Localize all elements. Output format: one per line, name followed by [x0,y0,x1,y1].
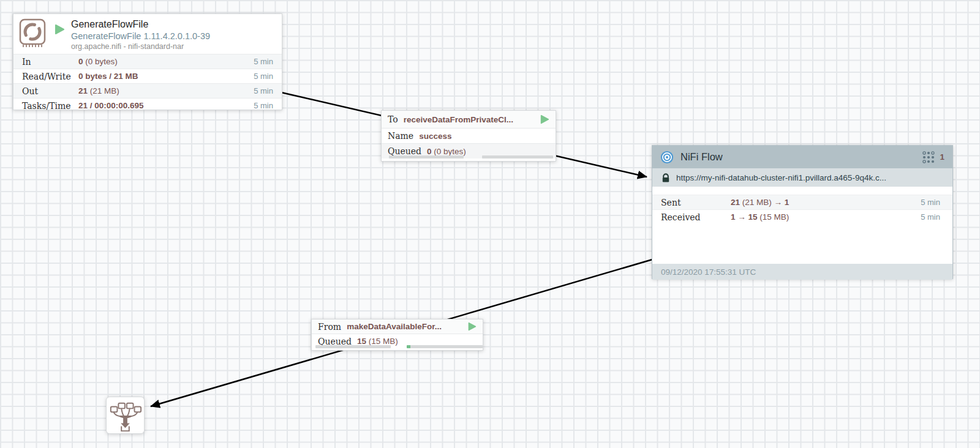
to-label: To [388,114,398,124]
stat-window: 5 min [254,86,273,95]
run-status-icon [467,322,477,331]
stat-window: 5 min [921,212,940,222]
last-refreshed-timestamp: 09/12/2020 17:55:31 UTC [661,267,756,277]
queued-label: Queued [388,146,421,156]
processor-bundle: org.apache.nifi - nifi-standard-nar [71,42,184,51]
stat-label: Sent [661,198,731,207]
remote-process-group-nifi-flow[interactable]: NiFi Flow 1 https://my-nifi-datahub-clus… [652,145,953,279]
rpg-url: https://my-nifi-datahub-cluster-nifi1.pv… [676,173,886,182]
stat-detail: (0 bytes) [83,57,118,66]
stat-window: 5 min [921,198,940,207]
stat-label: Tasks/Time [22,101,78,111]
stat-value: 1 → 15 [731,212,758,222]
lock-icon [661,173,671,183]
processor-name: GenerateFlowFile [71,19,148,30]
stat-label: Read/Write [22,72,78,81]
backpressure-object-bar [389,155,464,159]
processor-icon [18,18,48,47]
stat-window: 5 min [254,57,273,66]
run-status-icon [54,24,65,35]
stat-value: 21 [731,198,740,207]
port-count-value: 1 [940,152,944,162]
queued-size: (15 MB) [366,337,398,346]
connection-name-row: Name success [382,128,556,143]
stat-window: 5 min [254,72,273,81]
stat-detail: (21 MB) [740,198,774,207]
stat-row-received: Received 1 → 15 (15 MB) 5 min [652,209,952,224]
stat-row-out: Out 21 (21 MB) 5 min [13,83,282,98]
connection-label-success[interactable]: To receiveDataFromPrivateCl... Name succ… [381,110,556,162]
remote-process-group-icon [660,151,674,164]
stat-value: 21 [78,86,88,95]
processor-generateflowfile[interactable]: GenerateFlowFile GenerateFlowFile 1.11.4… [13,13,282,110]
connection-from-row: From makeDataAvailableFor... [312,319,483,334]
processor-header: GenerateFlowFile GenerateFlowFile 1.11.4… [13,14,282,54]
funnel-icon [107,397,144,433]
backpressure-size-bar [407,345,483,348]
stat-row-tasks: Tasks/Time 21 / 00:00:00.695 5 min [13,98,282,113]
backpressure-bars [312,345,483,348]
stat-window: 5 min [254,101,273,110]
stat-label: Out [22,86,78,96]
stat-row-in: In 0 (0 bytes) 5 min [13,54,282,69]
stat-detail: (15 MB) [758,212,790,222]
rpg-stats: Sent 21 (21 MB) → 1 5 min Received 1 → 1… [652,187,952,264]
connection-label-from-remote[interactable]: From makeDataAvailableFor... Queued 15 (… [311,319,483,351]
to-endpoint: receiveDataFromPrivateCl... [404,115,513,124]
stat-row-sent: Sent 21 (21 MB) → 1 5 min [652,195,952,209]
from-endpoint: makeDataAvailableFor... [347,322,442,331]
stat-value: 21 / 00:00:00.695 [78,101,144,110]
backpressure-size-bar [482,155,553,159]
processor-type: GenerateFlowFile 1.11.4.2.0.1.0-39 [71,31,210,41]
connection-to-row: To receiveDataFromPrivateCl... [382,111,556,128]
rpg-url-row: https://my-nifi-datahub-cluster-nifi1.pv… [652,168,952,187]
backpressure-object-bar [315,345,391,348]
queued-count: 15 [357,337,366,346]
rpg-header: NiFi Flow 1 [652,146,952,168]
processor-stats: In 0 (0 bytes) 5 min Read/Write 0 bytes … [13,54,282,113]
backpressure-fill [407,345,410,348]
queued-count: 0 [427,147,432,156]
from-label: From [318,322,341,332]
stat-label: Received [661,212,731,222]
rpg-last-refreshed: 09/12/2020 17:55:31 UTC [652,264,952,280]
backpressure-bars [382,155,556,159]
stat-row-readwrite: Read/Write 0 bytes / 21 MB 5 min [13,69,282,83]
stat-value-2: → 1 [774,198,790,207]
stat-detail: (21 MB) [88,86,119,95]
rpg-title: NiFi Flow [680,151,723,163]
nifi-canvas: { "colors": { "value_accent": "#775351",… [0,0,980,448]
remote-ports-icon [922,151,935,164]
name-value: success [419,132,451,141]
rpg-port-count: 1 [922,151,944,164]
stat-value: 0 [78,57,83,66]
run-status-icon [540,114,549,124]
funnel-component[interactable] [106,397,145,434]
name-label: Name [388,131,413,141]
stat-value: 0 bytes / 21 MB [78,72,138,81]
queued-size: (0 bytes) [432,147,466,156]
stat-label: In [22,57,78,67]
